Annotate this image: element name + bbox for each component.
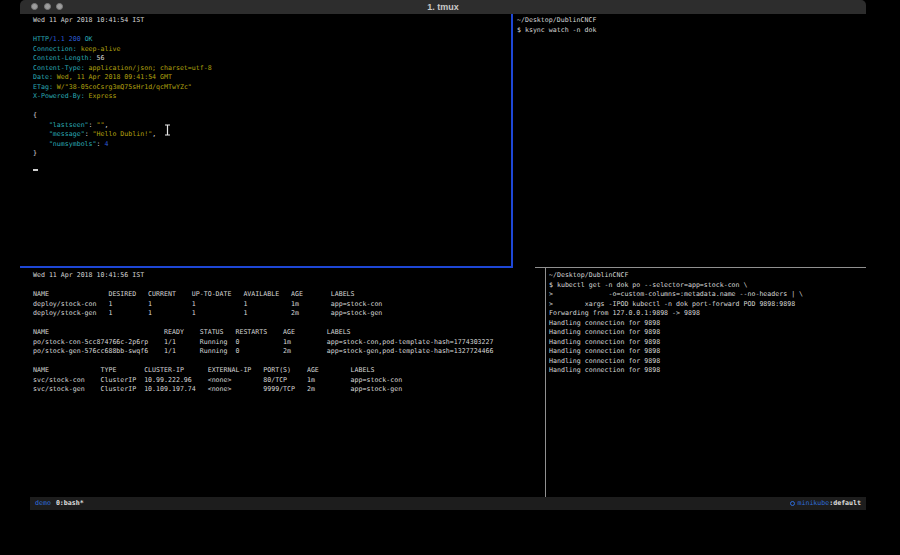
terminal-line: $ kubectl get -n dok po --selector=app=s… [549,281,864,291]
terminal-line: Connection: keep-alive [33,45,503,55]
window-titlebar[interactable]: 1. tmux [20,0,866,14]
terminal-line: Handling connection for 9898 [549,338,864,348]
tmux-status-bar: demo0:bash* minikube:default [30,497,866,510]
terminal-line [33,102,503,112]
terminal-line: X-Powered-By: Express [33,92,503,102]
terminal-line [33,319,538,329]
kube-context-name: minikube [797,497,829,510]
terminal-line: deploy/stock-gen 1 1 1 1 2m app=stock-ge… [33,309,538,319]
kube-context-namespace: :default [829,497,861,510]
terminal-line: > -o=custom-columns=:metadata.name --no-… [549,290,864,300]
terminal-line: Wed 11 Apr 2018 10:41:56 IST [33,271,538,281]
terminal-line: ETag: W/"38-05coCsrg3mQ75sHr1d/qcMTwYZc" [33,83,503,93]
terminal-line: po/stock-con-5cc874766c-2p6rp 1/1 Runnin… [33,338,538,348]
terminal-line: Forwarding from 127.0.0.1:9898 -> 9898 [549,309,864,319]
terminal-line: po/stock-gen-576cc688bb-swqf6 1/1 Runnin… [33,347,538,357]
terminal-line: Handling connection for 9898 [549,366,864,376]
terminal-line [33,281,538,291]
pane-bottom-right-port-forward[interactable]: ~/Desktop/DublinCNCF$ kubectl get -n dok… [549,271,864,376]
terminal-line: NAME READY STATUS RESTARTS AGE LABELS [33,328,538,338]
terminal-line: $ ksync watch -n dok [517,26,862,36]
kube-context: minikube:default [790,497,861,510]
pane-bottom-left-kubectl-get[interactable]: Wed 11 Apr 2018 10:41:56 ISTNAME DESIRED… [33,271,538,395]
session-name: demo [35,499,51,507]
terminal-cursor [33,169,38,171]
terminal-line: Content-Type: application/json; charset=… [33,64,503,74]
terminal-line: } [33,149,503,159]
terminal-line: deploy/stock-con 1 1 1 1 1m app=stock-co… [33,300,538,310]
terminal-line: Handling connection for 9898 [549,347,864,357]
terminal-line [33,357,538,367]
pane-top-left-http-response[interactable]: Wed 11 Apr 2018 10:41:54 ISTHTTP/1.1 200… [33,16,503,159]
terminal-line: svc/stock-con ClusterIP 10.99.222.96 <no… [33,376,538,386]
terminal-line: { [33,111,503,121]
terminal-line: Wed 11 Apr 2018 10:41:54 IST [33,16,503,26]
terminal-line: NAME DESIRED CURRENT UP-TO-DATE AVAILABL… [33,290,538,300]
window-item-bash[interactable]: 0:bash* [56,499,84,507]
pane-top-right-ksync[interactable]: ~/Desktop/DublinCNCF$ ksync watch -n dok [517,16,862,35]
pane-divider-vertical-bottom[interactable] [545,268,546,497]
terminal-line: ~/Desktop/DublinCNCF [549,271,864,281]
terminal-line: Handling connection for 9898 [549,357,864,367]
terminal-line: HTTP/1.1 200 OK [33,35,503,45]
pane-divider-horizontal-right[interactable] [535,267,866,268]
terminal-line: svc/stock-gen ClusterIP 10.109.197.74 <n… [33,385,538,395]
window-title: 1. tmux [20,1,866,13]
pane-divider-horizontal-left[interactable] [20,266,513,268]
mouse-cursor-ibeam [164,124,171,136]
terminal-line: "numsymbols": 4 [33,140,503,150]
status-left: demo0:bash* [35,497,84,510]
terminal-line: Handling connection for 9898 [549,319,864,329]
terminal-line: Handling connection for 9898 [549,328,864,338]
terminal-line: "lastseen": "", [33,121,503,131]
terminal-line: > xargs -IPOD kubectl -n dok port-forwar… [549,300,864,310]
terminal-line: Date: Wed, 11 Apr 2018 09:41:54 GMT [33,73,503,83]
terminal-line [33,26,503,36]
pane-divider-vertical-top[interactable] [511,14,513,267]
terminal-line: ~/Desktop/DublinCNCF [517,16,862,26]
terminal-line: Content-Length: 56 [33,54,503,64]
terminal-line: NAME TYPE CLUSTER-IP EXTERNAL-IP PORT(S)… [33,366,538,376]
terminal-line: "message": "Hello Dublin!", [33,130,503,140]
kubernetes-helm-icon [790,501,795,506]
